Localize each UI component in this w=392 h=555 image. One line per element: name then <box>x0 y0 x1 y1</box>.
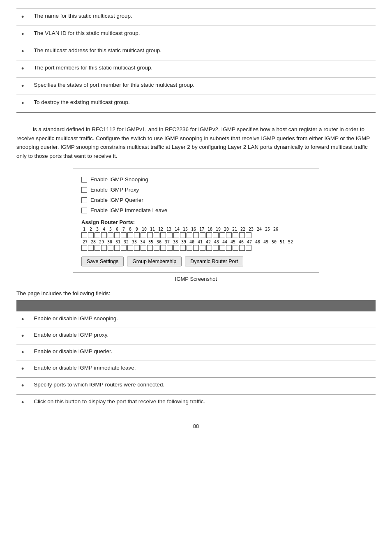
port-checkbox[interactable] <box>154 245 159 251</box>
bullet-icon: • <box>16 43 29 60</box>
top-bullet-row: • The VLAN ID for this static multicast … <box>16 26 376 43</box>
port-checkbox[interactable] <box>101 245 107 251</box>
port-checkbox[interactable] <box>121 245 127 251</box>
top-bullet-row: • The port members for this static multi… <box>16 60 376 78</box>
port-checkbox[interactable] <box>219 245 225 251</box>
port-number: 25 <box>264 227 271 231</box>
port-checkbox[interactable] <box>193 245 199 251</box>
port-checkbox[interactable] <box>160 245 166 251</box>
port-number: 45 <box>229 240 237 244</box>
port-checkbox[interactable] <box>187 232 192 238</box>
port-checkbox[interactable] <box>81 232 87 238</box>
igmp-caption: IGMP Screenshot <box>16 276 376 282</box>
port-number: 6 <box>114 227 120 231</box>
bullet-text: Enable or disable IGMP immediate leave. <box>29 361 376 378</box>
port-checkbox[interactable] <box>154 232 159 238</box>
port-checkbox[interactable] <box>121 232 127 238</box>
group-membership-button[interactable]: Group Membership <box>127 257 182 266</box>
port-checkbox[interactable] <box>173 245 179 251</box>
port-checkbox[interactable] <box>134 245 140 251</box>
port-checkbox[interactable] <box>246 232 251 238</box>
port-number: 30 <box>106 240 113 244</box>
port-row1-numbers: 1234567891011121314151617181920212223242… <box>81 227 311 238</box>
port-checkbox[interactable] <box>219 232 225 238</box>
page-number: 88 <box>16 423 376 429</box>
port-number: 41 <box>196 240 204 244</box>
port-checkbox[interactable] <box>226 245 232 251</box>
port-number: 32 <box>122 240 130 244</box>
port-checkbox[interactable] <box>88 245 94 251</box>
port-number: 26 <box>272 227 279 231</box>
port-checkbox[interactable] <box>114 245 120 251</box>
port-checkbox[interactable] <box>88 232 94 238</box>
bullet-icon: • <box>16 9 29 26</box>
port-checkbox[interactable] <box>141 232 146 238</box>
port-checkbox[interactable] <box>206 232 212 238</box>
fields-intro: The page includes the following fields: <box>16 290 376 296</box>
port-checkbox[interactable] <box>127 232 133 238</box>
port-checkbox[interactable] <box>239 245 245 251</box>
igmp-checkbox-3[interactable] <box>81 208 87 213</box>
port-number: 24 <box>256 227 263 231</box>
port-number: 20 <box>223 227 230 231</box>
top-bullet-row: • Specifies the states of port member fo… <box>16 78 376 95</box>
port-checkbox[interactable] <box>141 245 146 251</box>
port-checkbox[interactable] <box>108 232 113 238</box>
port-number: 49 <box>262 240 270 244</box>
fields-bullet-row: • Enable or disable IGMP proxy. <box>16 328 376 345</box>
port-checkbox[interactable] <box>233 232 238 238</box>
igmp-buttons-row: Save Settings Group Membership Dynamic R… <box>81 257 311 266</box>
port-checkbox[interactable] <box>134 232 140 238</box>
port-checkbox[interactable] <box>101 232 107 238</box>
bullet-text: The multicast address for this static mu… <box>29 43 376 60</box>
igmp-checkbox-2[interactable] <box>81 197 87 203</box>
port-checkbox[interactable] <box>233 245 238 251</box>
igmp-checkbox-row: Enable IGMP Proxy <box>81 187 311 193</box>
port-checkbox[interactable] <box>95 245 100 251</box>
port-checkbox[interactable] <box>167 232 173 238</box>
port-number: 9 <box>134 227 140 231</box>
igmp-checkbox-0[interactable] <box>81 177 87 183</box>
port-checkbox[interactable] <box>160 232 166 238</box>
port-checkbox[interactable] <box>180 245 186 251</box>
top-bullet-row: • The multicast address for this static … <box>16 43 376 60</box>
port-checkbox[interactable] <box>81 245 87 251</box>
port-checkbox[interactable] <box>226 232 232 238</box>
port-checkbox[interactable] <box>108 245 113 251</box>
igmp-checkbox-row: Enable IGMP Querier <box>81 197 311 203</box>
fields-table-header <box>16 300 376 312</box>
port-checkbox[interactable] <box>114 232 120 238</box>
port-checkbox[interactable] <box>147 245 153 251</box>
igmp-checkbox-1[interactable] <box>81 187 87 193</box>
port-checkbox[interactable] <box>213 232 219 238</box>
dynamic-router-port-button[interactable]: Dynamic Router Port <box>185 257 243 266</box>
bullet-icon: • <box>16 394 29 411</box>
port-checkbox[interactable] <box>95 232 100 238</box>
port-checkbox[interactable] <box>246 245 251 251</box>
bullet-icon: • <box>16 312 29 328</box>
port-checkbox[interactable] <box>206 245 212 251</box>
port-number: 14 <box>173 227 181 231</box>
bullet-text: Enable or disable IGMP proxy. <box>29 328 376 345</box>
port-checkbox[interactable] <box>127 245 133 251</box>
port-checkbox[interactable] <box>200 245 205 251</box>
port-number: 36 <box>155 240 163 244</box>
port-checkbox[interactable] <box>167 245 173 251</box>
port-number: 42 <box>205 240 212 244</box>
port-checkbox[interactable] <box>239 232 245 238</box>
bullet-text: Click on this button to display the port… <box>29 394 376 411</box>
fields-bullet-row: • Click on this button to display the po… <box>16 394 376 411</box>
bullet-icon: • <box>16 78 29 95</box>
port-checkbox[interactable] <box>213 245 219 251</box>
port-number: 3 <box>95 227 100 231</box>
port-number: 39 <box>180 240 187 244</box>
port-checkbox[interactable] <box>180 232 186 238</box>
port-checkbox[interactable] <box>200 232 205 238</box>
port-checkbox[interactable] <box>173 232 179 238</box>
igmp-checkbox-row: Enable IGMP Snooping <box>81 176 311 183</box>
save-settings-button[interactable]: Save Settings <box>81 257 124 266</box>
port-checkbox[interactable] <box>187 245 192 251</box>
port-checkbox[interactable] <box>193 232 199 238</box>
port-checkbox[interactable] <box>147 232 153 238</box>
port-number: 8 <box>127 227 133 231</box>
